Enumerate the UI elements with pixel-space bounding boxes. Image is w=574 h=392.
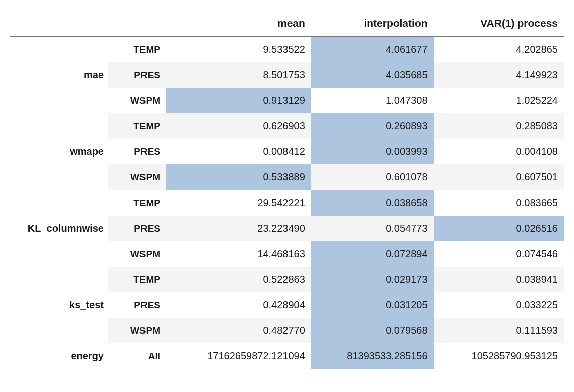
cell-value: 81393533.285156 bbox=[311, 343, 434, 369]
metrics-table: mean interpolation VAR(1) process mae TE… bbox=[10, 10, 564, 369]
header-blank1 bbox=[10, 10, 108, 37]
sub-pres: PRES bbox=[108, 139, 166, 164]
cell-value: 105285790.953125 bbox=[434, 343, 564, 369]
cell-value: 0.054773 bbox=[311, 216, 434, 241]
sub-pres: PRES bbox=[108, 62, 166, 88]
cell-value: 4.149923 bbox=[434, 62, 564, 88]
cell-value: 14.468163 bbox=[166, 241, 311, 267]
cell-value: 0.111593 bbox=[434, 318, 564, 343]
cell-value: 1.025224 bbox=[434, 88, 564, 113]
sub-pres: PRES bbox=[108, 216, 166, 241]
sub-wspm: WSPM bbox=[108, 241, 166, 267]
header-interpolation: interpolation bbox=[311, 10, 434, 37]
sub-wspm: WSPM bbox=[108, 318, 166, 343]
sub-temp: TEMP bbox=[108, 37, 166, 63]
cell-value: 0.079568 bbox=[311, 318, 434, 343]
cell-value: 0.522863 bbox=[166, 267, 311, 292]
cell-value: 0.607501 bbox=[434, 164, 564, 190]
cell-value: 0.260893 bbox=[311, 113, 434, 139]
sub-temp: TEMP bbox=[108, 113, 166, 139]
sub-temp: TEMP bbox=[108, 267, 166, 292]
cell-value: 4.061677 bbox=[311, 37, 434, 63]
cell-value: 0.913129 bbox=[166, 88, 311, 113]
sub-temp: TEMP bbox=[108, 190, 166, 216]
cell-value: 4.202865 bbox=[434, 37, 564, 63]
cell-value: 0.038658 bbox=[311, 190, 434, 216]
group-wmape: wmape bbox=[10, 113, 108, 190]
cell-value: 0.033225 bbox=[434, 292, 564, 318]
cell-value: 4.035685 bbox=[311, 62, 434, 88]
sub-all: All bbox=[108, 343, 166, 369]
group-mae: mae bbox=[10, 37, 108, 114]
sub-wspm: WSPM bbox=[108, 88, 166, 113]
header-mean: mean bbox=[166, 10, 311, 37]
cell-value: 0.285083 bbox=[434, 113, 564, 139]
header-blank2 bbox=[108, 10, 166, 37]
cell-value: 0.083665 bbox=[434, 190, 564, 216]
cell-value: 0.031205 bbox=[311, 292, 434, 318]
cell-value: 9.533522 bbox=[166, 37, 311, 63]
group-energy: energy bbox=[10, 343, 108, 369]
cell-value: 0.038941 bbox=[434, 267, 564, 292]
cell-value: 0.601078 bbox=[311, 164, 434, 190]
cell-value: 29.542221 bbox=[166, 190, 311, 216]
cell-value: 1.047308 bbox=[311, 88, 434, 113]
cell-value: 0.074546 bbox=[434, 241, 564, 267]
cell-value: 0.029173 bbox=[311, 267, 434, 292]
group-ks: ks_test bbox=[10, 267, 108, 343]
sub-wspm: WSPM bbox=[108, 164, 166, 190]
cell-value: 23.223490 bbox=[166, 216, 311, 241]
cell-value: 8.501753 bbox=[166, 62, 311, 88]
cell-value: 0.626903 bbox=[166, 113, 311, 139]
cell-value: 17162659872.121094 bbox=[166, 343, 311, 369]
cell-value: 0.026516 bbox=[434, 216, 564, 241]
group-kl: KL_columnwise bbox=[10, 190, 108, 267]
header-var1: VAR(1) process bbox=[434, 10, 564, 37]
cell-value: 0.482770 bbox=[166, 318, 311, 343]
cell-value: 0.004108 bbox=[434, 139, 564, 164]
cell-value: 0.428904 bbox=[166, 292, 311, 318]
cell-value: 0.072894 bbox=[311, 241, 434, 267]
cell-value: 0.003993 bbox=[311, 139, 434, 164]
cell-value: 0.008412 bbox=[166, 139, 311, 164]
cell-value: 0.533889 bbox=[166, 164, 311, 190]
sub-pres: PRES bbox=[108, 292, 166, 318]
